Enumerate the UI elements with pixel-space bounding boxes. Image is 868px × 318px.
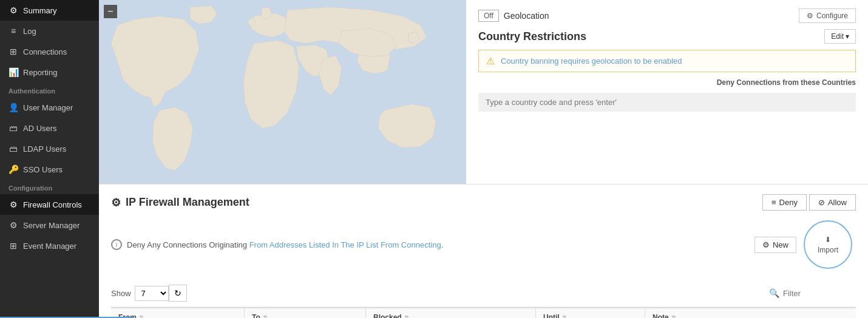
chevron-down-icon: ▾: [846, 32, 849, 41]
warning-icon: ⚠: [486, 55, 495, 67]
geo-toggle-row: Off Geolocation: [478, 10, 549, 22]
main-content: −: [99, 0, 868, 318]
gear-icon: ⚙: [807, 12, 813, 20]
table-controls: Show 7 10 25 50 100 ↻ 🔍: [111, 280, 856, 307]
sort-icon-note: ⇅: [671, 314, 676, 319]
table-header-to[interactable]: To ⇅: [245, 308, 366, 318]
authentication-section-label: Authentication: [0, 83, 99, 97]
sort-icon-from: ⇅: [139, 314, 144, 319]
world-map: −: [99, 0, 466, 184]
filter-input[interactable]: [783, 289, 856, 298]
country-banning-warning: ⚠ Country banning requires geolocation t…: [478, 50, 856, 72]
table-header: From ⇅ To ⇅ Blocked ⇅ Until ⇅ Note ⇅: [111, 307, 856, 318]
refresh-button[interactable]: ↻: [169, 285, 187, 302]
server-manager-icon: ⚙: [8, 220, 18, 230]
deny-button[interactable]: ≡ Deny: [762, 194, 807, 211]
sidebar-item-connections[interactable]: ⊞ Connections: [0, 41, 99, 62]
sidebar-item-user-manager[interactable]: 👤 User Manager: [0, 97, 99, 118]
sidebar-item-firewall-controls[interactable]: ⚙ Firewall Controls: [0, 194, 99, 215]
import-icon: ⬇: [825, 235, 831, 244]
info-link-text: From Addresses Listed In The IP List Fro…: [249, 240, 441, 249]
sort-icon-to: ⇅: [263, 314, 268, 319]
sso-users-icon: 🔑: [8, 164, 18, 174]
firewall-title: ⚙ IP Firewall Management: [111, 196, 249, 209]
sidebar-item-log[interactable]: ≡ Log: [0, 21, 99, 41]
firewall-info-row: i Deny Any Connections Originating From …: [111, 217, 856, 272]
summary-icon: ⚙: [8, 5, 18, 15]
table-header-from[interactable]: From ⇅: [111, 308, 245, 318]
event-manager-icon: ⊞: [8, 241, 18, 251]
table-header-until[interactable]: Until ⇅: [536, 308, 645, 318]
show-select[interactable]: 7 10 25 50 100: [135, 286, 169, 301]
reporting-icon: 📊: [8, 67, 18, 77]
sort-icon-until: ⇅: [562, 314, 567, 319]
firewall-actions: ≡ Deny ⊘ Allow: [762, 194, 856, 211]
deny-countries-label: Deny Connections from these Countries: [478, 78, 856, 87]
new-gear-icon: ⚙: [762, 240, 770, 249]
allow-button[interactable]: ⊘ Allow: [809, 194, 856, 211]
geo-header: Off Geolocation ⚙ Configure: [478, 8, 856, 23]
firewall-controls-icon: ⚙: [8, 200, 18, 209]
log-icon: ≡: [8, 26, 18, 36]
list-icon: ≡: [771, 198, 776, 207]
sort-icon-blocked: ⇅: [404, 314, 409, 319]
new-button[interactable]: ⚙ New: [754, 237, 796, 253]
import-button[interactable]: ⬇ Import: [804, 220, 852, 269]
user-manager-icon: 👤: [8, 103, 18, 112]
sidebar-item-reporting[interactable]: 📊 Reporting: [0, 62, 99, 83]
connections-icon: ⊞: [8, 47, 18, 56]
configure-button[interactable]: ⚙ Configure: [799, 8, 856, 23]
info-icon: i: [111, 239, 122, 250]
sidebar-item-ldap-users[interactable]: 🗃 LDAP Users: [0, 138, 99, 159]
sidebar: ⚙ Summary ≡ Log ⊞ Connections 📊 Reportin…: [0, 0, 99, 318]
firewall-header: ⚙ IP Firewall Management ≡ Deny ⊘ Allow: [111, 194, 856, 211]
geo-panel: Off Geolocation ⚙ Configure Country Rest…: [466, 0, 868, 184]
ldap-users-icon: 🗃: [8, 144, 18, 154]
table-header-note[interactable]: Note ⇅: [645, 308, 856, 318]
show-row: Show 7 10 25 50 100: [111, 286, 169, 301]
configuration-section-label: Configuration: [0, 180, 99, 194]
country-restrictions-header: Country Restrictions Edit ▾: [478, 29, 856, 44]
circle-slash-icon: ⊘: [818, 198, 825, 207]
ad-users-icon: 🗃: [8, 123, 18, 133]
sidebar-item-ad-users[interactable]: 🗃 AD Users: [0, 118, 99, 138]
table-header-blocked[interactable]: Blocked ⇅: [366, 308, 536, 318]
world-map-svg: [99, 0, 466, 184]
edit-button[interactable]: Edit ▾: [824, 29, 856, 44]
sidebar-item-sso-users[interactable]: 🔑 SSO Users: [0, 159, 99, 180]
firewall-section: ⚙ IP Firewall Management ≡ Deny ⊘ Allow …: [99, 184, 868, 318]
sidebar-item-summary[interactable]: ⚙ Summary: [0, 0, 99, 21]
country-restrictions-title: Country Restrictions: [478, 30, 586, 43]
sidebar-item-event-manager[interactable]: ⊞ Event Manager: [0, 235, 99, 256]
firewall-gear-icon: ⚙: [111, 196, 121, 209]
filter-row: 🔍: [769, 288, 856, 298]
search-icon: 🔍: [769, 288, 779, 298]
map-zoom-out-button[interactable]: −: [104, 5, 117, 18]
refresh-icon: ↻: [174, 288, 181, 298]
country-code-input[interactable]: [478, 93, 856, 112]
firewall-info-text: i Deny Any Connections Originating From …: [111, 239, 443, 250]
sidebar-item-server-manager[interactable]: ⚙ Server Manager: [0, 215, 99, 235]
geolocation-toggle[interactable]: Off: [478, 10, 499, 22]
firewall-info-actions: ⚙ New ⬇ Import: [754, 217, 856, 272]
geolocation-label: Geolocation: [504, 11, 549, 21]
top-section: −: [99, 0, 868, 184]
